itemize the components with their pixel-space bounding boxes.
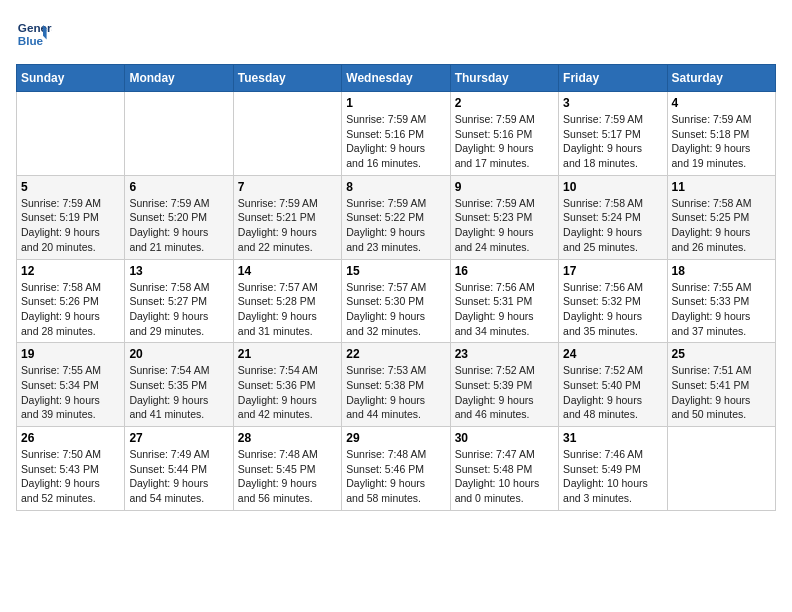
page-header: General Blue <box>16 16 776 52</box>
day-number: 23 <box>455 347 554 361</box>
calendar-cell: 3Sunrise: 7:59 AMSunset: 5:17 PMDaylight… <box>559 92 667 176</box>
day-number: 14 <box>238 264 337 278</box>
day-number: 31 <box>563 431 662 445</box>
calendar-cell: 11Sunrise: 7:58 AMSunset: 5:25 PMDayligh… <box>667 175 775 259</box>
day-number: 28 <box>238 431 337 445</box>
calendar-cell: 29Sunrise: 7:48 AMSunset: 5:46 PMDayligh… <box>342 427 450 511</box>
calendar-cell: 14Sunrise: 7:57 AMSunset: 5:28 PMDayligh… <box>233 259 341 343</box>
day-info: Sunrise: 7:49 AMSunset: 5:44 PMDaylight:… <box>129 447 228 506</box>
day-number: 19 <box>21 347 120 361</box>
calendar-cell: 23Sunrise: 7:52 AMSunset: 5:39 PMDayligh… <box>450 343 558 427</box>
calendar-week-2: 5Sunrise: 7:59 AMSunset: 5:19 PMDaylight… <box>17 175 776 259</box>
calendar-cell: 22Sunrise: 7:53 AMSunset: 5:38 PMDayligh… <box>342 343 450 427</box>
day-info: Sunrise: 7:59 AMSunset: 5:16 PMDaylight:… <box>346 112 445 171</box>
day-info: Sunrise: 7:46 AMSunset: 5:49 PMDaylight:… <box>563 447 662 506</box>
day-info: Sunrise: 7:56 AMSunset: 5:32 PMDaylight:… <box>563 280 662 339</box>
weekday-header-sunday: Sunday <box>17 65 125 92</box>
day-number: 5 <box>21 180 120 194</box>
day-info: Sunrise: 7:59 AMSunset: 5:16 PMDaylight:… <box>455 112 554 171</box>
day-number: 17 <box>563 264 662 278</box>
day-info: Sunrise: 7:54 AMSunset: 5:36 PMDaylight:… <box>238 363 337 422</box>
calendar-cell: 15Sunrise: 7:57 AMSunset: 5:30 PMDayligh… <box>342 259 450 343</box>
calendar-cell: 2Sunrise: 7:59 AMSunset: 5:16 PMDaylight… <box>450 92 558 176</box>
day-info: Sunrise: 7:58 AMSunset: 5:27 PMDaylight:… <box>129 280 228 339</box>
day-info: Sunrise: 7:53 AMSunset: 5:38 PMDaylight:… <box>346 363 445 422</box>
weekday-header-saturday: Saturday <box>667 65 775 92</box>
day-info: Sunrise: 7:57 AMSunset: 5:30 PMDaylight:… <box>346 280 445 339</box>
day-number: 20 <box>129 347 228 361</box>
logo: General Blue <box>16 16 56 52</box>
weekday-header-tuesday: Tuesday <box>233 65 341 92</box>
day-number: 29 <box>346 431 445 445</box>
day-number: 1 <box>346 96 445 110</box>
day-number: 13 <box>129 264 228 278</box>
day-info: Sunrise: 7:58 AMSunset: 5:25 PMDaylight:… <box>672 196 771 255</box>
calendar-week-5: 26Sunrise: 7:50 AMSunset: 5:43 PMDayligh… <box>17 427 776 511</box>
day-number: 10 <box>563 180 662 194</box>
calendar-cell <box>667 427 775 511</box>
calendar-cell <box>17 92 125 176</box>
calendar-cell: 26Sunrise: 7:50 AMSunset: 5:43 PMDayligh… <box>17 427 125 511</box>
weekday-header-monday: Monday <box>125 65 233 92</box>
calendar-cell: 7Sunrise: 7:59 AMSunset: 5:21 PMDaylight… <box>233 175 341 259</box>
calendar-cell: 1Sunrise: 7:59 AMSunset: 5:16 PMDaylight… <box>342 92 450 176</box>
day-number: 22 <box>346 347 445 361</box>
calendar-cell: 30Sunrise: 7:47 AMSunset: 5:48 PMDayligh… <box>450 427 558 511</box>
calendar-cell: 27Sunrise: 7:49 AMSunset: 5:44 PMDayligh… <box>125 427 233 511</box>
day-info: Sunrise: 7:58 AMSunset: 5:26 PMDaylight:… <box>21 280 120 339</box>
calendar-cell: 6Sunrise: 7:59 AMSunset: 5:20 PMDaylight… <box>125 175 233 259</box>
day-number: 3 <box>563 96 662 110</box>
day-number: 11 <box>672 180 771 194</box>
day-info: Sunrise: 7:52 AMSunset: 5:39 PMDaylight:… <box>455 363 554 422</box>
day-number: 4 <box>672 96 771 110</box>
logo-icon: General Blue <box>16 16 52 52</box>
day-info: Sunrise: 7:59 AMSunset: 5:22 PMDaylight:… <box>346 196 445 255</box>
day-number: 16 <box>455 264 554 278</box>
day-info: Sunrise: 7:59 AMSunset: 5:18 PMDaylight:… <box>672 112 771 171</box>
svg-text:Blue: Blue <box>18 34 44 47</box>
calendar-cell: 31Sunrise: 7:46 AMSunset: 5:49 PMDayligh… <box>559 427 667 511</box>
day-info: Sunrise: 7:48 AMSunset: 5:45 PMDaylight:… <box>238 447 337 506</box>
calendar-cell: 25Sunrise: 7:51 AMSunset: 5:41 PMDayligh… <box>667 343 775 427</box>
day-info: Sunrise: 7:54 AMSunset: 5:35 PMDaylight:… <box>129 363 228 422</box>
calendar-week-1: 1Sunrise: 7:59 AMSunset: 5:16 PMDaylight… <box>17 92 776 176</box>
weekday-header-thursday: Thursday <box>450 65 558 92</box>
calendar-cell <box>233 92 341 176</box>
calendar-cell: 18Sunrise: 7:55 AMSunset: 5:33 PMDayligh… <box>667 259 775 343</box>
day-info: Sunrise: 7:59 AMSunset: 5:23 PMDaylight:… <box>455 196 554 255</box>
calendar-cell: 8Sunrise: 7:59 AMSunset: 5:22 PMDaylight… <box>342 175 450 259</box>
day-info: Sunrise: 7:55 AMSunset: 5:33 PMDaylight:… <box>672 280 771 339</box>
calendar-week-4: 19Sunrise: 7:55 AMSunset: 5:34 PMDayligh… <box>17 343 776 427</box>
calendar-cell: 12Sunrise: 7:58 AMSunset: 5:26 PMDayligh… <box>17 259 125 343</box>
day-number: 18 <box>672 264 771 278</box>
day-info: Sunrise: 7:52 AMSunset: 5:40 PMDaylight:… <box>563 363 662 422</box>
day-number: 27 <box>129 431 228 445</box>
day-number: 12 <box>21 264 120 278</box>
calendar-cell: 21Sunrise: 7:54 AMSunset: 5:36 PMDayligh… <box>233 343 341 427</box>
day-number: 6 <box>129 180 228 194</box>
day-info: Sunrise: 7:59 AMSunset: 5:19 PMDaylight:… <box>21 196 120 255</box>
calendar-week-3: 12Sunrise: 7:58 AMSunset: 5:26 PMDayligh… <box>17 259 776 343</box>
day-number: 15 <box>346 264 445 278</box>
svg-text:General: General <box>18 21 52 34</box>
weekday-header-friday: Friday <box>559 65 667 92</box>
day-number: 30 <box>455 431 554 445</box>
day-number: 24 <box>563 347 662 361</box>
calendar-cell: 16Sunrise: 7:56 AMSunset: 5:31 PMDayligh… <box>450 259 558 343</box>
day-info: Sunrise: 7:50 AMSunset: 5:43 PMDaylight:… <box>21 447 120 506</box>
calendar-cell: 19Sunrise: 7:55 AMSunset: 5:34 PMDayligh… <box>17 343 125 427</box>
day-info: Sunrise: 7:59 AMSunset: 5:20 PMDaylight:… <box>129 196 228 255</box>
day-number: 9 <box>455 180 554 194</box>
day-number: 2 <box>455 96 554 110</box>
calendar-cell: 17Sunrise: 7:56 AMSunset: 5:32 PMDayligh… <box>559 259 667 343</box>
day-info: Sunrise: 7:51 AMSunset: 5:41 PMDaylight:… <box>672 363 771 422</box>
day-info: Sunrise: 7:56 AMSunset: 5:31 PMDaylight:… <box>455 280 554 339</box>
calendar-cell: 24Sunrise: 7:52 AMSunset: 5:40 PMDayligh… <box>559 343 667 427</box>
calendar-cell: 4Sunrise: 7:59 AMSunset: 5:18 PMDaylight… <box>667 92 775 176</box>
weekday-header-wednesday: Wednesday <box>342 65 450 92</box>
calendar-cell: 10Sunrise: 7:58 AMSunset: 5:24 PMDayligh… <box>559 175 667 259</box>
day-info: Sunrise: 7:57 AMSunset: 5:28 PMDaylight:… <box>238 280 337 339</box>
day-number: 7 <box>238 180 337 194</box>
calendar-table: SundayMondayTuesdayWednesdayThursdayFrid… <box>16 64 776 511</box>
calendar-cell: 28Sunrise: 7:48 AMSunset: 5:45 PMDayligh… <box>233 427 341 511</box>
